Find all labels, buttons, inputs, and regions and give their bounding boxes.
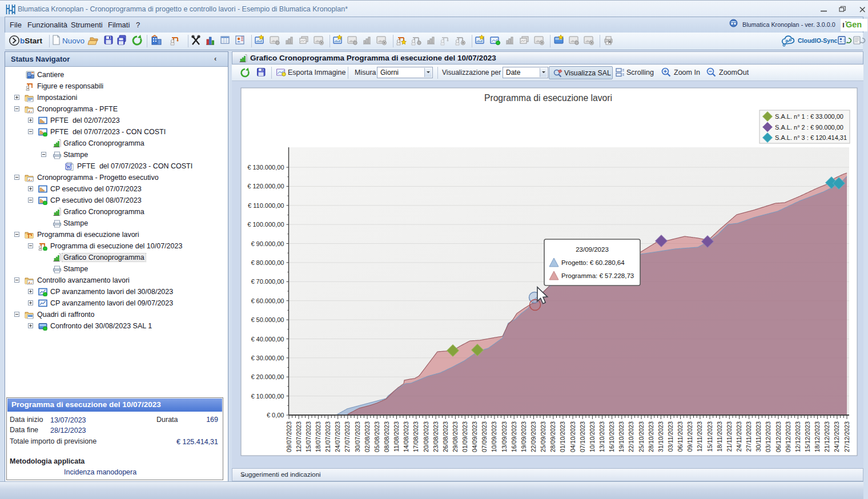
svg-text:27/11/2023: 27/11/2023 — [745, 421, 752, 452]
svg-text:Nuovo: Nuovo — [62, 37, 85, 45]
svg-text:01/09/2023: 01/09/2023 — [461, 421, 468, 452]
svg-text:03/12/2023: 03/12/2023 — [765, 421, 771, 452]
svg-text:€ 40.000,00: € 40.000,00 — [251, 336, 284, 343]
svg-text:06/11/2023: 06/11/2023 — [677, 421, 684, 452]
svg-text:€ 80.000,00: € 80.000,00 — [251, 259, 284, 266]
svg-text:11/08/2023: 11/08/2023 — [393, 421, 400, 452]
svg-text:S.A.L. n° 2 : € 90.000,00: S.A.L. n° 2 : € 90.000,00 — [775, 124, 843, 131]
svg-text:22/09/2023: 22/09/2023 — [530, 421, 537, 452]
svg-text:12/07/2023: 12/07/2023 — [295, 421, 302, 452]
svg-text:18/07/2023: 18/07/2023 — [315, 421, 322, 452]
svg-text:13/09/2023: 13/09/2023 — [501, 421, 508, 452]
svg-text:21/11/2023: 21/11/2023 — [726, 421, 733, 452]
svg-text:€ 70.000,00: € 70.000,00 — [251, 278, 284, 285]
svg-text:22/10/2023: 22/10/2023 — [628, 421, 634, 452]
svg-text:09/12/2023: 09/12/2023 — [785, 421, 791, 452]
svg-text:12/12/2023: 12/12/2023 — [794, 421, 801, 452]
svg-text:CloudIO-Sync: CloudIO-Sync — [798, 37, 838, 44]
svg-text:31/10/2023: 31/10/2023 — [657, 421, 664, 452]
svg-text:€ 0,00: € 0,00 — [267, 412, 284, 418]
svg-text:16/09/2023: 16/09/2023 — [511, 421, 517, 452]
svg-text:€ 10.000,00: € 10.000,00 — [251, 393, 284, 400]
svg-text:04/10/2023: 04/10/2023 — [569, 421, 576, 452]
svg-text:15/12/2023: 15/12/2023 — [804, 421, 811, 452]
svg-text:10/09/2023: 10/09/2023 — [491, 421, 497, 452]
svg-text:09/11/2023: 09/11/2023 — [686, 421, 693, 452]
svg-text:€ 110.000,00: € 110.000,00 — [248, 202, 284, 209]
svg-text:15/07/2023: 15/07/2023 — [305, 421, 312, 452]
svg-text:€ 60.000,00: € 60.000,00 — [251, 297, 284, 304]
svg-text:16/10/2023: 16/10/2023 — [608, 421, 615, 452]
svg-text:28/09/2023: 28/09/2023 — [549, 421, 556, 452]
svg-text:26/08/2023: 26/08/2023 — [442, 421, 449, 452]
svg-text:19/10/2023: 19/10/2023 — [618, 421, 625, 452]
svg-text:23/09/2023: 23/09/2023 — [576, 246, 609, 253]
svg-text:01/10/2023: 01/10/2023 — [559, 421, 566, 452]
svg-text:07/10/2023: 07/10/2023 — [579, 421, 586, 452]
svg-text:24/12/2023: 24/12/2023 — [833, 421, 840, 452]
svg-text:€ 20.000,00: € 20.000,00 — [251, 373, 284, 380]
svg-text:W: W — [66, 164, 71, 170]
svg-text:18/11/2023: 18/11/2023 — [716, 421, 723, 452]
svg-text:S.A.L. n° 3 : € 120.414,31: S.A.L. n° 3 : € 120.414,31 — [775, 134, 847, 141]
svg-text:29/08/2023: 29/08/2023 — [452, 421, 459, 452]
svg-text:21/07/2023: 21/07/2023 — [324, 421, 331, 452]
svg-text:Progetto: € 60.280,64: Progetto: € 60.280,64 — [561, 259, 625, 266]
svg-text:23/08/2023: 23/08/2023 — [432, 421, 439, 452]
svg-text:30/11/2023: 30/11/2023 — [755, 421, 762, 452]
svg-text:10/10/2023: 10/10/2023 — [589, 421, 596, 452]
svg-text:21/12/2023: 21/12/2023 — [823, 421, 830, 452]
svg-text:20/08/2023: 20/08/2023 — [423, 421, 429, 452]
svg-text:18/12/2023: 18/12/2023 — [814, 421, 821, 452]
svg-text:€ 120.000,00: € 120.000,00 — [247, 183, 284, 190]
svg-text:27/07/2023: 27/07/2023 — [344, 421, 351, 452]
svg-text:24/07/2023: 24/07/2023 — [334, 421, 341, 452]
svg-text:03/11/2023: 03/11/2023 — [667, 421, 674, 452]
svg-text:30/07/2023: 30/07/2023 — [354, 421, 361, 452]
svg-text:€ 130.000,00: € 130.000,00 — [247, 164, 284, 171]
svg-text:12/11/2023: 12/11/2023 — [696, 421, 703, 452]
svg-text:S.A.L. n° 1 : € 33.000,00: S.A.L. n° 1 : € 33.000,00 — [775, 113, 843, 120]
svg-text:€ 90.000,00: € 90.000,00 — [251, 240, 284, 247]
svg-text:25/10/2023: 25/10/2023 — [638, 421, 645, 452]
svg-text:27/12/2023: 27/12/2023 — [843, 421, 850, 452]
svg-text:07/09/2023: 07/09/2023 — [481, 421, 488, 452]
svg-text:05/08/2023: 05/08/2023 — [373, 421, 380, 452]
svg-text:04/09/2023: 04/09/2023 — [471, 421, 478, 452]
svg-text:Programma: € 57.228,73: Programma: € 57.228,73 — [561, 272, 634, 279]
svg-text:13/10/2023: 13/10/2023 — [598, 421, 605, 452]
svg-text:24/11/2023: 24/11/2023 — [736, 421, 742, 452]
svg-text:06/12/2023: 06/12/2023 — [775, 421, 782, 452]
svg-text:Programma di esecuzione lavori: Programma di esecuzione lavori — [484, 93, 612, 103]
svg-text:02/08/2023: 02/08/2023 — [364, 421, 371, 452]
svg-text:15/11/2023: 15/11/2023 — [706, 421, 713, 452]
svg-text:€ 100.000,00: € 100.000,00 — [247, 221, 284, 228]
svg-text:08/08/2023: 08/08/2023 — [383, 421, 390, 452]
svg-text:09/07/2023: 09/07/2023 — [286, 421, 292, 452]
svg-text:19/09/2023: 19/09/2023 — [520, 421, 527, 452]
svg-text:17/08/2023: 17/08/2023 — [412, 421, 419, 452]
svg-text:28/10/2023: 28/10/2023 — [648, 421, 654, 452]
svg-text:14/08/2023: 14/08/2023 — [403, 421, 409, 452]
svg-text:€ 30.000,00: € 30.000,00 — [251, 355, 284, 361]
svg-text:25/09/2023: 25/09/2023 — [540, 421, 546, 452]
svg-text:bStart: bStart — [20, 37, 43, 45]
svg-text:€ 50.000,00: € 50.000,00 — [251, 316, 284, 323]
